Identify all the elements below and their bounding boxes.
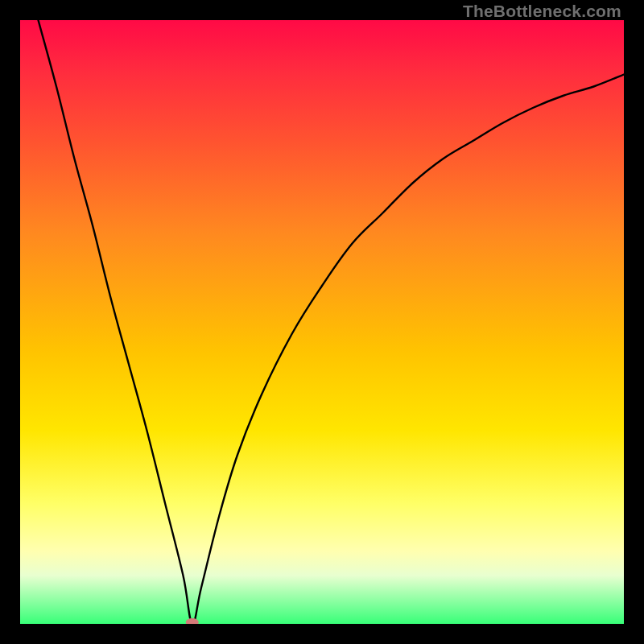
chart-svg <box>20 20 624 624</box>
optimum-marker <box>186 618 199 624</box>
chart-frame: TheBottleneck.com <box>0 0 644 644</box>
bottleneck-curve <box>39 20 625 624</box>
watermark-text: TheBottleneck.com <box>463 2 621 21</box>
